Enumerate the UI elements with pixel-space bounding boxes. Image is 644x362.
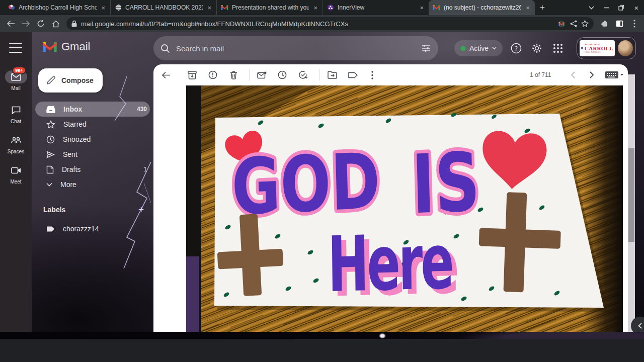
tab-search-chevron-icon[interactable]	[584, 0, 599, 15]
spaces-icon	[11, 136, 22, 144]
gmail-favicon	[221, 5, 228, 11]
mark-unread-button[interactable]	[256, 69, 267, 80]
email-scrollbar-track[interactable]	[628, 74, 635, 332]
archive-button[interactable]	[187, 69, 198, 80]
rail-label-chat: Chat	[0, 119, 32, 124]
rail-label-spaces: Spaces	[0, 149, 32, 154]
search-options-icon[interactable]	[421, 44, 431, 53]
carroll-school-badge: ARCHBISHOP CARROLL HIGH SCHOOL	[580, 40, 615, 56]
rail-item-meet[interactable]: Meet	[0, 164, 32, 185]
tab-close-icon[interactable]: ×	[206, 4, 212, 12]
delete-button[interactable]	[228, 69, 239, 80]
sidebar-label: More	[60, 180, 76, 189]
share-icon[interactable]	[570, 20, 577, 27]
url-omnibox[interactable]: mail.google.com/mail/u/0/?tab=rm&ogbl#in…	[66, 17, 594, 30]
gmail-logo[interactable]: Gmail	[42, 40, 90, 53]
star-icon	[46, 120, 55, 129]
email-scrollbar-thumb[interactable]	[628, 148, 634, 242]
extensions-puzzle-icon[interactable]	[597, 17, 612, 31]
compose-button[interactable]: Compose	[38, 68, 103, 93]
input-method-keyboard-icon[interactable]	[604, 69, 624, 80]
search-in-mail-input[interactable]: Search in mail	[153, 36, 438, 60]
report-spam-button[interactable]	[207, 69, 218, 80]
tab-close-icon[interactable]: ×	[100, 4, 106, 12]
create-label-button[interactable]: +	[138, 204, 144, 215]
reload-button[interactable]	[33, 17, 48, 31]
school-favicon	[8, 4, 15, 11]
send-icon	[46, 151, 55, 158]
browser-address-bar: mail.google.com/mail/u/0/?tab=rm&ogbl#in…	[0, 15, 644, 32]
main-menu-hamburger[interactable]	[9, 43, 22, 53]
badge-main-text: CARROLL	[585, 46, 613, 51]
compose-label: Compose	[61, 76, 94, 84]
url-text: mail.google.com/mail/u/0/?tab=rm&ogbl#in…	[81, 20, 553, 28]
chevron-left-icon	[638, 323, 642, 329]
email-photo-attachment[interactable]: GOD IS Here Here	[186, 85, 623, 332]
sidebar-count: 1	[143, 166, 147, 173]
browser-menu-icon[interactable]	[627, 17, 642, 31]
window-close-button[interactable]: ×	[629, 0, 644, 15]
add-to-tasks-button[interactable]	[297, 69, 308, 80]
help-icon[interactable]: ?	[509, 41, 523, 55]
innerview-favicon	[327, 4, 334, 11]
window-minimize-button[interactable]	[599, 0, 614, 15]
desktop-wallpaper-strip	[0, 332, 644, 339]
forward-button[interactable]	[18, 17, 33, 31]
google-apps-grid-icon[interactable]	[551, 41, 565, 55]
sidebar-item-more[interactable]: More	[35, 177, 150, 192]
sidebar-label: Inbox	[63, 105, 82, 113]
window-restore-button[interactable]	[614, 0, 629, 15]
sidebar-item-starred[interactable]: Starred	[35, 117, 150, 132]
tab-presentation-shared[interactable]: Presentation shared with you: ×	[216, 0, 323, 15]
more-options-button[interactable]	[367, 69, 378, 80]
clock-icon	[46, 135, 55, 144]
sidebar-item-sent[interactable]: Sent	[35, 147, 150, 162]
svg-text:?: ?	[515, 45, 518, 52]
labels-button[interactable]	[347, 69, 358, 80]
inbox-icon	[46, 106, 55, 113]
home-button[interactable]	[48, 17, 63, 31]
sidebar-count: 430	[137, 106, 147, 113]
rail-item-mail[interactable]: 99+ Mail	[0, 70, 32, 91]
sidebar-label-chorazzz14[interactable]: chorazzz14	[35, 221, 150, 236]
snooze-button[interactable]	[277, 69, 288, 80]
newer-email-chevron[interactable]	[567, 69, 578, 80]
search-icon[interactable]	[160, 44, 170, 53]
rail-item-chat[interactable]: Chat	[0, 104, 32, 124]
tab-innerview[interactable]: InnerView ×	[323, 0, 429, 15]
user-avatar[interactable]	[618, 40, 633, 56]
gmail-m-icon	[42, 41, 57, 53]
sidebar-item-inbox[interactable]: Inbox 430	[35, 102, 150, 117]
older-email-chevron[interactable]	[586, 69, 597, 80]
tab-archbishop-carroll[interactable]: Archbishop Carroll High Schoo ×	[4, 0, 110, 15]
svg-text:Here: Here	[327, 217, 452, 309]
badge-bottom-text: HIGH SCHOOL	[585, 51, 613, 53]
sidebar-label: Starred	[63, 120, 87, 128]
sidebar-item-drafts[interactable]: Drafts 1	[35, 162, 150, 177]
sidebar-label: Drafts	[62, 165, 80, 173]
back-to-inbox-button[interactable]	[160, 69, 172, 80]
toolbar-divider	[249, 69, 250, 81]
tab-close-icon[interactable]: ×	[312, 4, 318, 12]
back-button[interactable]	[3, 17, 18, 31]
new-tab-button[interactable]: +	[535, 0, 550, 15]
active-status-dot	[460, 46, 466, 51]
chevron-down-icon	[492, 47, 497, 50]
account-chip[interactable]: ARCHBISHOP CARROLL HIGH SCHOOL	[577, 37, 636, 59]
search-placeholder: Search in mail	[176, 44, 415, 53]
chat-icon	[12, 106, 21, 114]
settings-gear-icon[interactable]	[530, 41, 544, 55]
status-active-chip[interactable]: Active	[454, 40, 503, 56]
tab-no-subject-active[interactable]: (no subject) - cchorazewitz26 ×	[429, 0, 535, 15]
tab-close-icon[interactable]: ×	[525, 4, 531, 12]
tab-carroll-handbook[interactable]: CARROLL HANDBOOK 2023-2 ×	[110, 0, 216, 15]
sidebar-item-snoozed[interactable]: Snoozed	[35, 132, 150, 147]
move-to-button[interactable]	[327, 69, 338, 80]
gmail-page-icon[interactable]	[557, 20, 566, 28]
bookmark-star-icon[interactable]	[581, 20, 589, 27]
tab-close-icon[interactable]: ×	[419, 4, 425, 12]
rail-item-spaces[interactable]: Spaces	[0, 134, 32, 154]
browser-tab-bar: Archbishop Carroll High Schoo × CARROLL …	[0, 0, 644, 15]
email-view-card: 1 of 711	[153, 64, 628, 332]
side-panel-icon[interactable]	[612, 17, 627, 31]
